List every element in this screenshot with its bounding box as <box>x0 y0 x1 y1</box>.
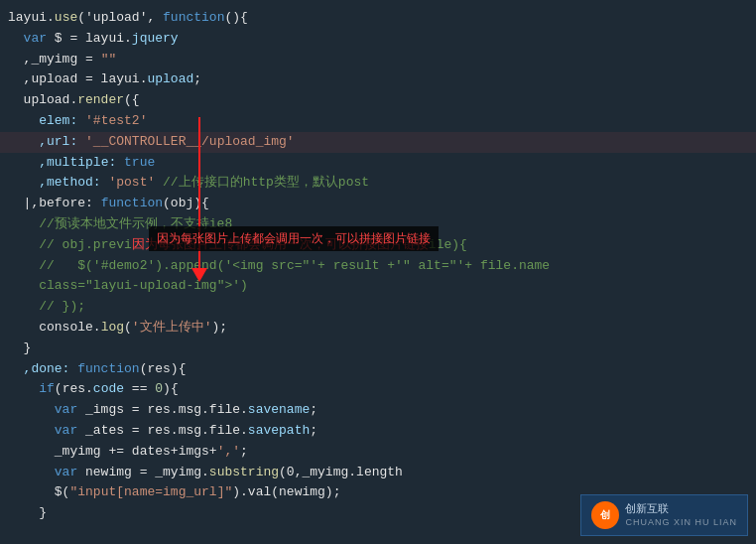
line-content: ,multiple: true <box>8 153 744 174</box>
code-token: } <box>24 340 32 355</box>
line-content: ,upload = layui.upload; <box>8 69 744 90</box>
code-token: } <box>39 505 47 520</box>
code-line: ,_myimg = "" <box>0 50 756 70</box>
code-token: upload <box>147 71 193 86</box>
code-token: '文件上传中' <box>132 320 212 335</box>
code-line: if(res.code == 0){ <box>0 379 756 400</box>
code-token: ,url: <box>39 134 85 149</box>
code-token: '__CONTROLLER__/upload_img' <box>85 134 295 149</box>
code-token: ',' <box>217 444 240 459</box>
code-line: ,done: function(res){ <box>0 359 756 380</box>
code-token: // }); <box>39 299 85 314</box>
code-line: ,url: '__CONTROLLER__/upload_img' <box>0 132 756 153</box>
code-token: ).val(newimg); <box>232 484 340 499</box>
code-token: var <box>55 402 77 417</box>
watermark-subtitle: CHUANG XIN HU LIAN <box>625 516 737 529</box>
code-line: // $('#demo2').append('<img src="'+ resu… <box>0 256 756 277</box>
code-token: (obj){ <box>163 196 209 210</box>
code-token: (){ <box>224 10 247 25</box>
line-content: layui.use('upload', function(){ <box>8 8 744 29</box>
code-token: + file.name <box>464 258 550 273</box>
code-token: '#test2' <box>85 113 147 128</box>
code-token: render <box>77 92 124 107</box>
line-content: var newimg = _myimg.substring(0,_myimg.l… <box>8 463 744 483</box>
code-token: ({ <box>124 92 140 107</box>
code-token: "" <box>101 52 117 67</box>
watermark-company: 创新互联 <box>625 501 737 516</box>
code-token: ('upload', <box>77 10 163 25</box>
line-content: _myimg += dates+imgs+','; <box>8 442 744 463</box>
code-token: ile){ <box>429 237 467 252</box>
code-line: console.log('文件上传中'); <box>0 318 756 339</box>
code-token: _myimg += dates+imgs+ <box>55 444 217 459</box>
code-token: '#demo2' <box>93 258 155 273</box>
code-token: 'post' <box>108 175 155 190</box>
code-token: var <box>24 31 47 46</box>
code-token: elem: <box>39 113 85 128</box>
code-token: var <box>55 423 77 438</box>
code-token: true <box>124 155 155 170</box>
line-content: ,done: function(res){ <box>8 359 744 380</box>
code-token: code <box>93 381 124 396</box>
code-token: ,upload = layui. <box>24 71 148 86</box>
code-token: |,before: <box>24 196 101 210</box>
code-token: (res){ <box>140 361 187 376</box>
code-token: '" alt="' <box>395 258 464 273</box>
code-token: ); <box>211 320 227 335</box>
code-token: // obj.previ <box>39 237 132 252</box>
code-token: savepath <box>248 423 310 438</box>
code-token: if <box>39 381 55 396</box>
code-token: ; <box>240 444 248 459</box>
code-token: log <box>101 320 124 335</box>
code-token: newimg = _myimg. <box>77 465 209 479</box>
code-line: layui.use('upload', function(){ <box>0 8 756 29</box>
line-content: elem: '#test2' <box>8 111 744 132</box>
code-line: } <box>0 339 756 359</box>
code-token: $( <box>55 484 70 499</box>
code-token: function <box>163 10 224 25</box>
code-line: |,before: function(obj){ <box>0 194 756 214</box>
code-line: class="layui-upload-img">') <box>0 276 756 297</box>
line-content: ,url: '__CONTROLLER__/upload_img' <box>8 132 744 153</box>
code-line: // }); <box>0 297 756 318</box>
code-token: 0 <box>155 381 163 396</box>
line-content: var _imgs = res.msg.file.savename; <box>8 400 744 421</box>
code-line: var _imgs = res.msg.file.savename; <box>0 400 756 421</box>
code-token: //预读本地文件示例，不支持ie8 <box>39 216 232 231</box>
code-token: '<img src="' <box>224 258 317 273</box>
code-token: ,_myimg = <box>24 52 101 67</box>
code-token: var <box>55 465 77 479</box>
code-token: ') <box>232 278 248 293</box>
code-line: ,multiple: true <box>0 153 756 174</box>
code-token: layui <box>8 10 47 25</box>
code-token: _imgs = res.msg.file. <box>77 402 248 417</box>
code-line: //预读本地文件示例，不支持ie8 <box>0 214 756 235</box>
line-content: upload.render({ <box>8 90 744 111</box>
code-token: // $( <box>39 258 93 273</box>
code-token: function <box>101 196 163 210</box>
code-line: var $ = layui.jquery <box>0 29 756 50</box>
code-line: elem: '#test2' <box>0 111 756 132</box>
code-line: upload.render({ <box>0 90 756 111</box>
code-content: layui.use('upload', function(){ var $ = … <box>0 8 756 524</box>
code-editor: layui.use('upload', function(){ var $ = … <box>0 0 756 544</box>
watermark-icon: 创 <box>591 501 619 529</box>
line-content: // obj.previ因为每张图片上传都会调用一次，可以拼接图片链接ile){ <box>8 235 744 256</box>
code-token: ){ <box>163 381 179 396</box>
code-token: . <box>47 10 55 25</box>
code-token: == <box>124 381 155 396</box>
code-line: var _ates = res.msg.file.savepath; <box>0 421 756 442</box>
code-token: $ = layui. <box>47 31 132 46</box>
line-content: // }); <box>8 297 744 318</box>
watermark: 创 创新互联 CHUANG XIN HU LIAN <box>580 494 748 536</box>
line-content: ,method: 'post' //上传接口的http类型，默认post <box>8 173 744 194</box>
code-token: ( <box>124 320 132 335</box>
code-token: ; <box>310 402 317 417</box>
code-line: // obj.previ因为每张图片上传都会调用一次，可以拼接图片链接ile){ <box>0 235 756 256</box>
code-token: upload. <box>24 92 78 107</box>
code-token: _ <box>77 423 93 438</box>
code-token: savename <box>248 402 310 417</box>
code-token: ,method: <box>39 175 108 190</box>
line-content: // $('#demo2').append('<img src="'+ resu… <box>8 256 744 277</box>
code-line: _myimg += dates+imgs+','; <box>0 442 756 463</box>
